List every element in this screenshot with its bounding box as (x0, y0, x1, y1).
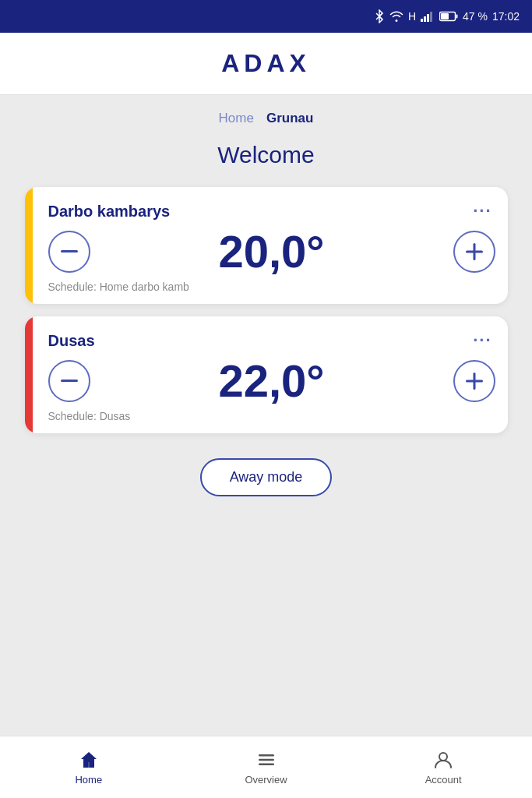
svg-rect-3 (430, 12, 432, 22)
card-header-1: Darbo kambarys ··· (48, 200, 495, 223)
card-accent-orange (25, 316, 33, 433)
minus-icon-1 (61, 250, 78, 253)
nav-item-home[interactable]: Home (0, 736, 178, 798)
card-body-2: Dusas ··· 22,0° Schedule: Dusas (33, 316, 508, 433)
signal-h: H (408, 10, 416, 23)
card-schedule-2: Schedule: Dusas (48, 410, 495, 422)
svg-rect-2 (427, 14, 429, 22)
breadcrumb-home[interactable]: Home (219, 111, 254, 126)
status-bar: H 47 % 17:02 (0, 0, 532, 33)
svg-rect-7 (61, 250, 78, 252)
nav-label-overview: Overview (245, 774, 287, 786)
breadcrumb: Home Grunau (219, 111, 314, 126)
increase-temp-btn-2[interactable] (453, 360, 495, 402)
main-content: Home Grunau Welcome Darbo kambarys ··· 2… (0, 95, 532, 736)
svg-rect-6 (441, 13, 449, 19)
nav-label-home: Home (75, 774, 102, 786)
svg-rect-16 (259, 764, 274, 766)
svg-rect-5 (456, 15, 458, 19)
device-name-2: Dusas (48, 332, 95, 350)
nav-item-account[interactable]: Account (354, 736, 532, 798)
svg-rect-15 (259, 759, 274, 761)
card-schedule-1: Schedule: Home darbo kamb (48, 281, 495, 293)
nav-item-overview[interactable]: Overview (178, 736, 355, 798)
temperature-display-1: 20,0° (218, 229, 324, 274)
card-controls-1: 20,0° (48, 229, 495, 274)
account-icon (432, 749, 454, 771)
card-header-2: Dusas ··· (48, 329, 495, 352)
plus-icon-1 (466, 243, 483, 260)
card-controls-2: 22,0° (48, 358, 495, 404)
battery-percent: 47 % (463, 10, 488, 23)
nav-label-account: Account (425, 774, 462, 786)
temperature-display-2: 22,0° (218, 358, 324, 404)
svg-rect-10 (61, 380, 78, 382)
device-menu-btn-2[interactable]: ··· (470, 329, 495, 352)
card-accent-yellow (25, 187, 33, 304)
device-menu-btn-1[interactable]: ··· (470, 200, 495, 223)
app-logo: ADAX (221, 49, 311, 78)
card-body-1: Darbo kambarys ··· 20,0° Schedule: Hom (33, 187, 508, 304)
decrease-temp-btn-1[interactable] (48, 231, 90, 273)
signal-icon (421, 11, 435, 22)
minus-icon-2 (61, 380, 78, 383)
svg-rect-1 (424, 16, 426, 22)
svg-rect-9 (473, 243, 475, 260)
svg-rect-14 (259, 754, 274, 757)
svg-rect-12 (473, 373, 475, 390)
welcome-title: Welcome (217, 142, 314, 168)
svg-rect-13 (86, 762, 91, 768)
decrease-temp-btn-2[interactable] (48, 360, 90, 402)
home-icon (78, 749, 100, 771)
svg-rect-0 (421, 19, 423, 22)
battery-icon (439, 11, 458, 22)
device-card-darbo-kambarys: Darbo kambarys ··· 20,0° Schedule: Hom (25, 187, 508, 304)
increase-temp-btn-1[interactable] (453, 231, 495, 273)
app-header: ADAX (0, 33, 532, 95)
status-icons: H 47 % 17:02 (374, 9, 520, 23)
svg-point-17 (439, 753, 447, 761)
away-mode-button[interactable]: Away mode (200, 458, 333, 496)
breadcrumb-current[interactable]: Grunau (266, 111, 313, 126)
time-display: 17:02 (492, 10, 520, 23)
wifi-icon (389, 11, 403, 22)
plus-icon-2 (466, 373, 483, 390)
bluetooth-icon (374, 9, 385, 23)
overview-icon (255, 749, 277, 771)
bottom-nav: Home Overview Account (0, 736, 532, 798)
device-card-dusas: Dusas ··· 22,0° Schedule: Dusas (25, 316, 508, 433)
device-name-1: Darbo kambarys (48, 203, 171, 221)
